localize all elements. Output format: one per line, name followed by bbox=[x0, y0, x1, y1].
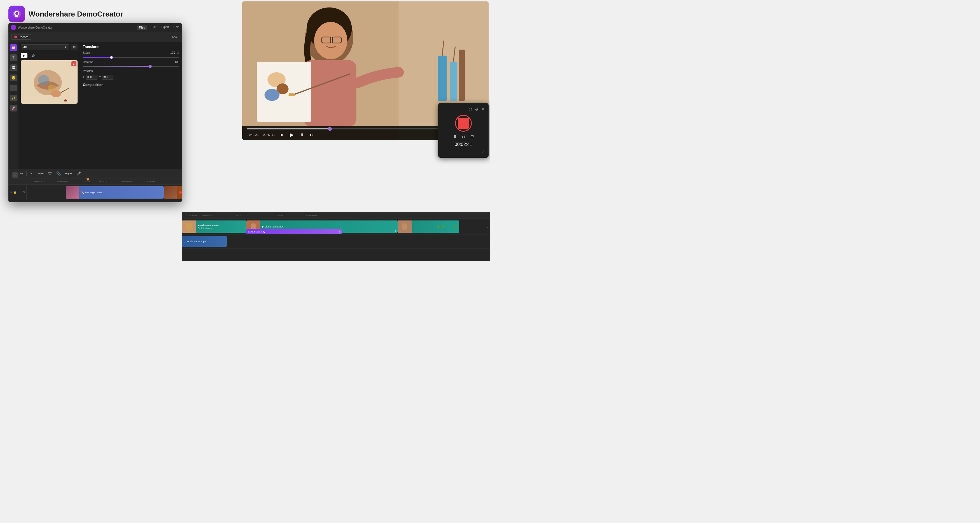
record-button[interactable]: Record bbox=[11, 34, 31, 40]
keyframe-dot-3[interactable] bbox=[453, 225, 457, 228]
media-tab-audio[interactable]: 🔊 bbox=[29, 53, 37, 58]
pos-y-input[interactable] bbox=[102, 75, 113, 80]
add-track-button[interactable]: + bbox=[12, 172, 18, 178]
sticker-clip[interactable]: 🔴 Sticker name bbox=[164, 186, 182, 199]
sidebar-icon-effects[interactable]: ✨ bbox=[10, 95, 17, 101]
pause-recording-button[interactable]: ⏸ bbox=[453, 134, 457, 140]
video-clip-3[interactable]: → bbox=[398, 220, 459, 233]
keyframe-dot-1[interactable] bbox=[437, 225, 440, 228]
pos-x-group: X bbox=[83, 75, 97, 80]
pos-y-group: Y bbox=[99, 75, 114, 80]
transform-section-title: Transform bbox=[83, 45, 179, 49]
montage-clip[interactable]: ✏️ Montage name bbox=[66, 186, 164, 199]
video-icon-1: ▶ bbox=[198, 224, 200, 227]
svg-point-30 bbox=[186, 223, 192, 231]
sidebar-icon-emoji[interactable]: 🙂 bbox=[10, 75, 17, 81]
svg-point-25 bbox=[38, 75, 49, 85]
app-titlebar: Wondershare DemoCreator Files Edit Expor… bbox=[8, 23, 182, 32]
rotation-slider-thumb[interactable] bbox=[148, 65, 152, 68]
sidebar-icon-files[interactable]: 📁 bbox=[10, 44, 17, 51]
cursor-clip-name: Cursur Margrerty bbox=[248, 231, 265, 233]
rotate-recording-button[interactable]: ↺ bbox=[462, 134, 465, 140]
scale-row: Scale 100 ↺ bbox=[83, 51, 179, 55]
app-toolbar: Record Ada... bbox=[8, 32, 182, 42]
scale-reset-button[interactable]: ↺ bbox=[177, 51, 179, 55]
app-sidebar: 📁 T 💬 🙂 ↔ ✨ 🚀 bbox=[8, 42, 19, 169]
sticker-clip-info: 🔴 Sticker name bbox=[177, 190, 182, 195]
track-row-03: 👁 🔒 03 ✏️ Montage name bbox=[8, 185, 182, 200]
expand-icon[interactable]: ⤢ bbox=[481, 149, 485, 154]
import-icon: 📥 bbox=[64, 99, 67, 102]
import-button[interactable]: 📥 Import bbox=[64, 99, 76, 102]
scale-slider-thumb[interactable] bbox=[110, 56, 113, 59]
ruler-mark-1: 00:00:00:00 bbox=[29, 180, 51, 183]
ruler-mark-4: 00:00:00:00 bbox=[95, 180, 116, 183]
recording-panel: ⬡ ⚙ ✕ ⏸ ↺ 🛡 00:02:41 ⤢ bbox=[438, 103, 488, 158]
sidebar-icon-export[interactable]: 🚀 bbox=[10, 105, 17, 112]
pos-x-label: X bbox=[83, 76, 85, 79]
video-icon-2: ▶ bbox=[262, 225, 264, 228]
shield-recording-button[interactable]: 🛡 bbox=[470, 134, 474, 140]
video-name-1: Video name.mov bbox=[200, 224, 219, 227]
sidebar-icon-chat[interactable]: 💬 bbox=[10, 64, 17, 71]
video-clip-1[interactable]: ▶ Video name.mov ✏️ Effect name bbox=[182, 220, 247, 233]
close-recording-button[interactable]: ✕ bbox=[481, 107, 485, 112]
timeline-scroll-right[interactable]: › bbox=[487, 224, 488, 229]
menu-edit[interactable]: Edit bbox=[151, 26, 156, 30]
zoom-slider[interactable]: ━●━ bbox=[64, 171, 73, 176]
svg-rect-19 bbox=[450, 62, 457, 101]
svg-rect-17 bbox=[289, 93, 295, 96]
clip-button[interactable]: 📎 bbox=[55, 171, 62, 176]
recording-controls: ⏸ ↺ 🛡 bbox=[442, 134, 485, 140]
music-clip[interactable]: ♪ Music name.mp3 bbox=[182, 236, 227, 247]
sidebar-icon-text[interactable]: T bbox=[10, 54, 17, 61]
timeline-ruler: 00:00:00:00 00:00:00:00 00:00:00:00 00:0… bbox=[8, 179, 182, 185]
external-link-icon[interactable]: ⬡ bbox=[469, 107, 472, 112]
scale-slider-fill bbox=[83, 57, 110, 58]
settings-icon[interactable]: ⚙ bbox=[475, 107, 479, 112]
skip-forward-button[interactable]: ⏭ bbox=[309, 132, 315, 137]
sidebar-icon-transition[interactable]: ↔ bbox=[10, 85, 17, 91]
video-clip-3-thumb bbox=[398, 220, 412, 233]
redo-button[interactable]: ↪ bbox=[19, 171, 24, 176]
crop-button[interactable]: ✂ bbox=[29, 171, 34, 176]
composition-section-title: Composition bbox=[83, 83, 179, 87]
time-display: 01:42:21 | 00:47:11 bbox=[247, 133, 275, 136]
edit-icon: ✏️ bbox=[81, 191, 84, 194]
rotation-slider[interactable] bbox=[83, 66, 179, 67]
stop-recording-button[interactable] bbox=[455, 115, 472, 132]
adapt-button[interactable]: Ada... bbox=[172, 35, 179, 39]
menu-help[interactable]: Help bbox=[173, 26, 179, 30]
media-tabs: ▶ 🔊 bbox=[19, 52, 80, 59]
recording-header: ⬡ ⚙ ✕ bbox=[442, 107, 485, 112]
sticker-icon: 🔴 bbox=[179, 191, 182, 194]
cursor-clip[interactable]: Cursur Margrerty II bbox=[247, 229, 342, 234]
ruler-mark-2: 00:00:00:00 bbox=[51, 180, 73, 183]
scale-value: 100 bbox=[100, 51, 175, 54]
shield-button[interactable]: 🛡 bbox=[47, 171, 53, 176]
track-eye-icon[interactable]: 👁 bbox=[10, 191, 13, 194]
mic-button[interactable]: 🎤 bbox=[75, 171, 82, 176]
play-button[interactable]: ▶ bbox=[288, 132, 295, 138]
keyframe-area: → bbox=[437, 224, 457, 229]
svg-rect-18 bbox=[438, 56, 447, 101]
media-filter-dropdown[interactable]: All ▾ bbox=[21, 44, 69, 50]
properties-panel: Transform Scale 100 ↺ Rotation 100 bbox=[80, 42, 182, 169]
scale-slider[interactable] bbox=[83, 57, 179, 58]
media-panel: All ▾ ⊞ ▶ 🔊 ■ bbox=[19, 42, 80, 169]
keyframe-dot-2[interactable] bbox=[442, 225, 445, 228]
grid-view-button[interactable]: ⊞ bbox=[71, 44, 78, 50]
app-timeline: ↩ ↪ ✂ ⊣⊢ 🛡 📎 ━●━ 🎤 00:00:00:00 00:00:00:… bbox=[8, 169, 182, 202]
pause-button[interactable]: ⏸ bbox=[299, 132, 305, 137]
video-clip-1-name: ▶ Video name.mov bbox=[198, 224, 219, 227]
time-total: 00:47:11 bbox=[263, 133, 275, 136]
menu-export[interactable]: Export bbox=[161, 26, 169, 30]
ext-track-02: ▶ Video name.mov ✏️ Effect name ▶ bbox=[182, 219, 490, 234]
track-lock-icon[interactable]: 🔒 bbox=[13, 191, 16, 194]
audio-tab-icon: 🔊 bbox=[31, 54, 35, 57]
pos-x-input[interactable] bbox=[86, 75, 97, 80]
menu-files[interactable]: Files bbox=[137, 26, 147, 30]
media-tab-video[interactable]: ▶ bbox=[21, 53, 27, 58]
split-button[interactable]: ⊣⊢ bbox=[37, 171, 45, 176]
skip-back-button[interactable]: ⏮ bbox=[278, 132, 285, 137]
